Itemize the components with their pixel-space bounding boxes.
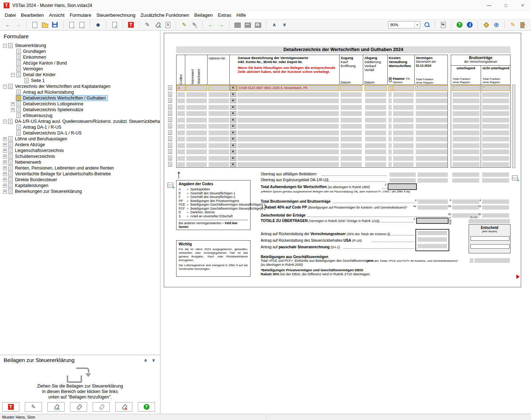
- tree-item[interactable]: −Steuererklärung: [1, 43, 160, 48]
- beteiligungen-field[interactable]: [474, 258, 510, 263]
- vermoegen-cell[interactable]: [416, 98, 447, 103]
- aufwendungen-field[interactable]: [388, 183, 417, 190]
- kosten-flag-cell[interactable]: [388, 149, 392, 154]
- forward-button[interactable]: [13, 20, 23, 30]
- ertrag-nicht-unterliegend-cell[interactable]: [482, 111, 509, 116]
- ertrag-unterliegend-cell[interactable]: [453, 111, 480, 116]
- row-document-button[interactable]: [166, 104, 174, 110]
- kosten-flag-cell[interactable]: [388, 118, 392, 122]
- back-button[interactable]: [3, 20, 13, 30]
- abgang-datum-cell[interactable]: [365, 156, 386, 161]
- bezeichnung-cell[interactable]: [237, 143, 339, 148]
- bruttovermoegen-ertrag-nicht-unterliegend-field[interactable]: [482, 199, 509, 204]
- row-document-button[interactable]: [166, 85, 174, 91]
- ertrag-nicht-unterliegend-cell[interactable]: [482, 105, 509, 110]
- kurztext-button[interactable]: K: [230, 156, 236, 161]
- nennwert-cell[interactable]: [186, 124, 207, 129]
- attachments-expand-icon[interactable]: [150, 358, 157, 363]
- bezeichnung-cell[interactable]: [237, 111, 339, 116]
- zugang-datum-cell[interactable]: [341, 124, 362, 129]
- beteiligungen-flag-field[interactable]: [470, 258, 473, 263]
- abgang-datum-cell[interactable]: [365, 131, 386, 135]
- tree-item[interactable]: Detailverzeichnis Wertschriften / Guthab…: [1, 95, 160, 101]
- nennwert-cell[interactable]: [186, 149, 207, 154]
- attachment2-button[interactable]: [93, 402, 110, 412]
- expand-node-icon[interactable]: +: [11, 102, 15, 106]
- expand-node-icon[interactable]: +: [3, 184, 7, 188]
- bezeichnung-cell[interactable]: [237, 131, 339, 135]
- kurztext-button[interactable]: K: [230, 162, 236, 167]
- code-cell[interactable]: [177, 111, 185, 116]
- tree-item[interactable]: Detailverzeichnis DA-1 / R-US: [1, 130, 160, 136]
- code-cell[interactable]: [177, 137, 185, 141]
- row-document-button[interactable]: [166, 110, 174, 117]
- vermoegen-cell[interactable]: [416, 149, 447, 154]
- expand-node-icon[interactable]: +: [3, 137, 7, 141]
- kosten-flag-cell[interactable]: [388, 131, 392, 135]
- kurztext-button[interactable]: K: [230, 149, 236, 154]
- tree-item[interactable]: Seite 1: [1, 78, 160, 83]
- row-document-button[interactable]: [166, 155, 174, 162]
- vermoegen-cell[interactable]: [416, 156, 447, 161]
- menu-item-steuerberechnung[interactable]: Steuerberechnung: [94, 12, 138, 19]
- pen-button[interactable]: [508, 20, 518, 30]
- nennwert-cell[interactable]: [186, 92, 207, 97]
- abgang-datum-cell[interactable]: [365, 118, 386, 122]
- row-document-button[interactable]: [166, 148, 174, 155]
- bezeichnung-cell[interactable]: [237, 137, 339, 141]
- code-cell[interactable]: [177, 124, 185, 129]
- abgang-datum-cell[interactable]: [365, 149, 386, 154]
- validate-document-button[interactable]: [109, 20, 120, 30]
- tree-item[interactable]: Grundlagen: [1, 48, 160, 54]
- bezeichnung-cell[interactable]: [237, 105, 339, 110]
- ertrag-nicht-unterliegend-cell[interactable]: [482, 137, 509, 141]
- tree-item[interactable]: −Detail der Kinder: [1, 72, 160, 78]
- expand-node-icon[interactable]: +: [3, 172, 7, 176]
- zugang-datum-cell[interactable]: [341, 92, 362, 97]
- ertrag-unterliegend-cell[interactable]: [453, 124, 480, 129]
- previous-form-button[interactable]: [206, 20, 216, 30]
- kosten-flag-cell[interactable]: [388, 162, 392, 167]
- kosten-cell[interactable]: [393, 118, 414, 122]
- tag-button[interactable]: [481, 20, 491, 30]
- menu-item-hilfe[interactable]: Hilfe: [234, 12, 248, 19]
- ertrag-unterliegend-cell[interactable]: [453, 156, 480, 161]
- abgang-datum-cell[interactable]: [365, 137, 386, 141]
- kosten-flag-cell[interactable]: [388, 124, 392, 129]
- help-button[interactable]: [138, 402, 155, 412]
- bruttovermoegen-vermoegen-field[interactable]: [418, 199, 448, 204]
- expand-node-icon[interactable]: +: [3, 155, 7, 159]
- valoren-cell[interactable]: [209, 149, 229, 154]
- expand-node-icon[interactable]: +: [3, 149, 7, 153]
- zoom-dropdown-arrow-icon[interactable]: [414, 22, 420, 28]
- kosten-cell[interactable]: [393, 98, 414, 103]
- code-cell[interactable]: [177, 143, 185, 148]
- uebertrag2-ertrag-unterliegend-field[interactable]: [452, 178, 479, 183]
- open-document-button[interactable]: [40, 20, 50, 30]
- zugang-datum-cell[interactable]: [341, 156, 362, 161]
- kurztext-button[interactable]: K: [230, 105, 236, 110]
- abgang-datum-cell[interactable]: [365, 105, 386, 110]
- tree-item[interactable]: +Renten, Pensionen, Leibrenten und ander…: [1, 165, 160, 171]
- bezeichnung-cell[interactable]: [237, 156, 339, 161]
- rows-scroll-strip[interactable]: [512, 85, 515, 168]
- uebertrag2-ertrag-nicht-unterliegend-field[interactable]: [482, 178, 509, 183]
- vermoegen-cell[interactable]: [416, 86, 447, 90]
- valoren-cell[interactable]: [209, 105, 229, 110]
- collapse-node-icon[interactable]: −: [11, 73, 15, 77]
- kurztext-button[interactable]: K: [230, 137, 236, 141]
- nennwert-cell[interactable]: [186, 162, 207, 167]
- zugang-datum-cell[interactable]: [341, 149, 362, 154]
- view-wide-button[interactable]: [243, 20, 253, 30]
- kosten-cell[interactable]: [393, 143, 414, 148]
- tree-item[interactable]: +Kapitalleistungen: [1, 183, 160, 188]
- edit-button[interactable]: [179, 20, 189, 30]
- valoren-cell[interactable]: [209, 137, 229, 141]
- bezeichnung-cell[interactable]: [237, 92, 339, 97]
- antrag-da1-field[interactable]: [418, 244, 447, 248]
- tree-item[interactable]: Einkommen: [1, 54, 160, 60]
- code-cell[interactable]: [177, 149, 185, 154]
- code-cell[interactable]: [177, 105, 185, 110]
- abgang-datum-cell[interactable]: [365, 92, 386, 97]
- ertrag-unterliegend-cell[interactable]: [453, 118, 480, 122]
